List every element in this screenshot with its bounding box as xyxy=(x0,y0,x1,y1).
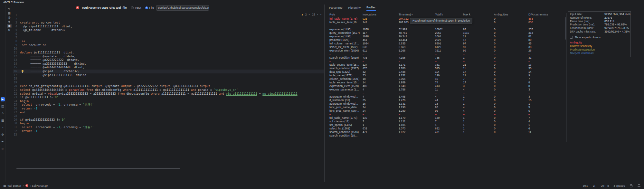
next-problem-icon[interactable]: ∨ xyxy=(320,13,322,16)
horizontal-scrollbar[interactable] xyxy=(16,168,180,169)
code-line[interactable]: 29if @vipa333333333333 !='0' xyxy=(13,118,324,122)
profiler-row[interactable]: ––––––– xyxy=(325,60,565,63)
profiler-row[interactable]: ––––––– xyxy=(325,113,565,116)
profiler-row[interactable]: ––––––– xyxy=(325,24,565,28)
profiler-row[interactable]: full_table_name (1773)1391.179139107 xyxy=(325,116,565,120)
show-expert-columns-checkbox[interactable]: Show expert columns xyxy=(570,35,630,39)
lock-icon[interactable] xyxy=(630,184,633,187)
code-line[interactable]: 31 select errorcode = -1, errormsg = '准备… xyxy=(13,126,324,129)
breadcrumb-file[interactable]: TSqlParser.g4 xyxy=(30,184,48,187)
input-radio[interactable]: Input xyxy=(131,6,141,9)
antlr-preview-tool-icon[interactable]: ▶ xyxy=(1,97,5,101)
profiler-row[interactable]: full_column_name (17…10948.635830197045 xyxy=(325,42,565,45)
code-line[interactable]: 14 ────── @a333333333333 dtkind, xyxy=(13,62,324,66)
code-line[interactable]: 33 xyxy=(13,133,324,137)
code-line[interactable]: 10 xyxy=(13,47,324,51)
line-ending-widget[interactable]: LF xyxy=(593,184,596,187)
services-tool-icon[interactable]: ◔ xyxy=(1,126,5,130)
code-line[interactable]: 32 return -1 xyxy=(13,129,324,133)
code-line[interactable]: 12 ────── @sysdate dtdate, xyxy=(13,55,324,59)
code-editor[interactable]: 123create proc up_com_test4 @p_vipa11111… xyxy=(13,11,324,172)
code-line[interactable]: 7-- -- -- xyxy=(13,36,324,40)
code-line[interactable]: 15 ────── @a44444444444444 dtint, xyxy=(13,66,324,70)
tab-parse-tree[interactable]: Parse tree xyxy=(329,5,343,11)
profiler-row[interactable]: expression (1498)199820.342206421082 xyxy=(325,35,565,38)
code-line[interactable]: 23if @a33333333333 !='0' xyxy=(13,96,324,99)
profiler-row[interactable]: aggregate_windowed…41.4954103 xyxy=(325,95,565,99)
profiler-row[interactable]: func_proc_name_data…241.29895405 xyxy=(325,106,565,109)
code-line[interactable]: 20exec nb_com_getsysconfig @a11111111111… xyxy=(13,84,324,88)
code-line[interactable]: 17 ────── @vipa333333333333 dtkind xyxy=(13,73,324,77)
misc-tool-icon[interactable]: ◇ xyxy=(1,147,5,151)
profiler-row[interactable]: expression (1495)197852.99910982970237 xyxy=(325,28,565,31)
profiler-row[interactable]: aggregate_windowed…181.33118101 xyxy=(325,102,565,106)
code-line[interactable]: 26 return -1 xyxy=(13,107,324,111)
grammar-list-icon[interactable]: ▦ xyxy=(7,11,12,15)
profiler-row[interactable]: ––––––– xyxy=(325,91,565,95)
code-line[interactable]: 1 xyxy=(13,14,324,17)
profiler-row[interactable]: func_proc_name_serv…241.28995405 xyxy=(325,109,565,113)
code-line[interactable]: 4 @p_vipa1111111111111 dtint, xyxy=(13,25,324,29)
settings-tool-icon[interactable]: ⚙ xyxy=(1,133,5,137)
edit-input-icon[interactable]: ✎ xyxy=(7,7,12,11)
profiler-row[interactable]: search_condition (1516)4711.0724711011 xyxy=(325,130,565,134)
inspections-widget[interactable]: ▲ 2 ✓ 23 ∧ ∨ xyxy=(301,13,322,16)
code-line[interactable]: 19 xyxy=(13,81,324,85)
code-line[interactable]: 13 ────── @a2222222222 dtdate, xyxy=(13,58,324,62)
encoding-widget[interactable]: UTF-8 xyxy=(601,184,609,187)
notifications-bell-icon[interactable] xyxy=(637,184,641,187)
profiler-row[interactable]: expression_elem (1589)4021.948413308 xyxy=(325,84,565,88)
workspace-icon[interactable]: ▦ xyxy=(3,184,6,187)
column-header-ambiguities[interactable]: Ambiguities xyxy=(494,13,528,16)
profiler-row[interactable]: table_name (1777)332.2521992109 xyxy=(325,74,565,77)
terminal-tool-icon[interactable]: ▦ xyxy=(1,118,5,123)
profiler-toggle-icon[interactable]: ◈ xyxy=(7,20,12,24)
profiler-row[interactable]: set_special (1485)11.1051101 xyxy=(325,123,565,127)
profiler-row[interactable]: sql_clauses (12)71.1227104 xyxy=(325,120,565,123)
column-header-total-k[interactable]: Total k xyxy=(435,13,463,16)
profiler-row[interactable]: search_condition (1517)4702.78652511030 xyxy=(325,67,565,70)
breadcrumb-project[interactable]: tsql-parser xyxy=(8,184,22,187)
tab-profiler[interactable]: Profiler xyxy=(366,5,376,11)
profiler-row[interactable]: query_expression (1527)11748.76120621910… xyxy=(325,31,565,35)
column-header-max-k[interactable]: Max k xyxy=(463,13,494,16)
code-line[interactable]: 27end xyxy=(13,111,324,115)
profiler-row[interactable]: data_type (1829)322.48811417014 xyxy=(325,70,565,74)
settings-gear-icon[interactable]: ⚙ xyxy=(7,28,12,32)
code-line[interactable]: 21select @a4444444444444444 = paravalue … xyxy=(13,88,324,92)
profiler-row[interactable]: search_condition (15… xyxy=(325,134,565,137)
code-line[interactable]: 8 as xyxy=(13,40,324,43)
code-line[interactable]: 11declare @a1111111111111 dtint, xyxy=(13,51,324,55)
column-header-time-ms-[interactable]: Time (ms)▾ xyxy=(399,13,435,16)
code-line[interactable]: 3create proc up_com_test xyxy=(13,21,324,25)
profiler-row[interactable]: select_list (1581)6321.073632106 xyxy=(325,127,565,130)
notifications-tool-icon[interactable]: ✉ xyxy=(1,140,5,144)
profiler-scrollbar[interactable] xyxy=(565,17,566,40)
code-line[interactable]: 25 select errorcode = -1, errormsg = '执行… xyxy=(13,103,324,107)
autoscroll-icon[interactable]: ▣ xyxy=(7,24,12,28)
code-line[interactable]: 5 @p_tblname dtchar32 xyxy=(13,28,324,32)
profiler-row[interactable]: if_statement (31)351.476441015 xyxy=(325,99,565,102)
indent-widget[interactable]: 4 spaces xyxy=(613,184,625,187)
column-header-invocations[interactable]: Invocations xyxy=(363,13,399,16)
code-line[interactable]: 6 xyxy=(13,32,324,36)
code-line[interactable]: 16 ────── @vipid dtchar32, xyxy=(13,70,324,73)
problems-tool-icon[interactable]: ⚠ xyxy=(1,111,5,116)
code-line[interactable]: 22select @vipid = vipid,@vipa33333333333… xyxy=(13,92,324,96)
code-line[interactable]: 2 xyxy=(13,17,324,21)
profiler-row[interactable]: search_condition (1519)7354.1587351031 xyxy=(325,56,565,60)
profiler-row[interactable]: execute_parameter (1…41.75811403 xyxy=(325,88,565,91)
code-line[interactable]: 28 xyxy=(13,114,324,118)
profiler-row[interactable]: select_list_elem (1592)6326.669612997038 xyxy=(325,45,565,49)
code-line[interactable]: 18 xyxy=(13,77,324,81)
file-radio[interactable]: File xyxy=(145,6,154,9)
profiler-row[interactable]: table_source_item (15…141.959741708 xyxy=(325,81,565,84)
scope-icon[interactable]: ◎ xyxy=(7,15,12,20)
profiler-row[interactable]: predicate (1525)46113.444292717080 xyxy=(325,38,565,42)
column-header-rule[interactable]: Rule xyxy=(329,13,363,16)
code-line[interactable]: 9 set nocount on xyxy=(13,43,324,47)
profiler-row[interactable]: table_source_item (15…1273.17138121013 xyxy=(325,63,565,67)
previous-problem-icon[interactable]: ∧ xyxy=(317,13,318,16)
profiler-row[interactable]: ––––––– xyxy=(325,52,565,56)
code-line[interactable]: 24begin xyxy=(13,99,324,103)
